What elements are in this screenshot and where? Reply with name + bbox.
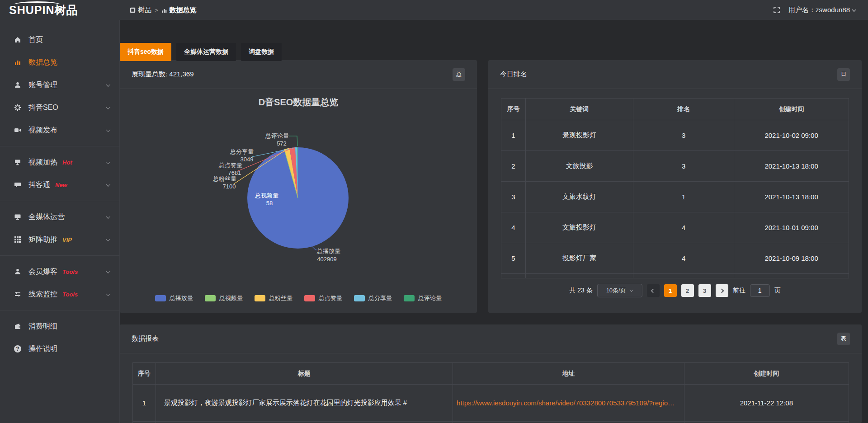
table-row-partial [133,422,849,423]
table-badge-button[interactable]: 表 [837,333,850,345]
legend-chip [205,295,216,301]
page-unit-label: 页 [774,287,781,295]
monitor-icon [14,213,22,221]
breadcrumb-item-current: 数据总览 [161,6,197,14]
sidebar-divider [0,201,119,201]
breadcrumb: 树品 > 数据总览 [130,6,197,14]
col-index: 序号 [133,363,156,385]
video-link[interactable]: https://www.iesdouyin.com/share/video/70… [457,399,675,407]
goto-page-input[interactable]: 1 [750,284,770,297]
chevron-down-icon [106,214,110,219]
next-page-button[interactable] [716,284,728,297]
breadcrumb-label: 数据总览 [170,6,197,14]
breadcrumb-item-home[interactable]: 树品 [130,6,151,14]
question-icon [14,345,22,353]
table-row: 1 景观投影灯，夜游景观投影灯厂家展示展示落花灯在花园里的灯光投影应用效果 # … [133,385,849,422]
page-button-3[interactable]: 3 [698,284,711,297]
pie-value-play: 402909 [317,256,336,263]
report-card-title: 数据报表 [132,334,159,343]
user-menu[interactable]: 用户名：zswodun88 [788,6,856,14]
chart-title: D音SEO数据量总览 [259,97,339,107]
legend-item-play[interactable]: 总播放量 [155,294,193,302]
sidebar-item-home[interactable]: 首页 [0,28,119,51]
col-url: 地址 [453,363,684,385]
day-badge-button[interactable]: 日 [837,68,850,81]
legend-item-likes[interactable]: 总点赞量 [304,294,342,302]
hot-tag: Hot [62,159,72,166]
pie-value-videos: 58 [266,200,273,207]
col-rank: 排名 [633,99,734,120]
legend-chip [255,295,265,301]
total-badge-button[interactable]: 总 [453,68,465,81]
seo-overview-card: 展现量总数: 421,369 总 D音SEO数据量总览 总评论量 572 总分享… [120,60,477,313]
chevron-down-icon [106,127,110,132]
pie-chart-area: D音SEO数据量总览 总评论量 572 总分享量 3049 总点赞量 7681 … [120,89,477,312]
page-size-select[interactable]: 10条/页 [597,284,642,297]
chevron-down-icon [106,160,110,164]
data-source-tabs: 抖音seo数据 全媒体运营数据 询盘数据 [120,43,282,61]
chevron-down-icon [106,269,110,273]
legend-chip [354,295,365,301]
sidebar-item-douyin-seo[interactable]: 抖音SEO [0,96,119,119]
data-report-card: 数据报表 表 序号 标题 地址 创建时间 1 景观投影灯，夜游景观投影灯厂家展示… [120,324,862,423]
grid-icon [14,235,22,244]
gear-icon [14,103,22,112]
sidebar-item-account[interactable]: 账号管理 [0,74,119,96]
table-row-partial [501,274,849,278]
chat-bubble-icon [14,181,22,189]
sidebar-item-video-publish[interactable]: 视频发布 [0,119,119,141]
bar-chart-icon [14,58,22,66]
sidebar-item-clue-monitor[interactable]: 线索监控 Tools [0,283,119,306]
ranking-card-title: 今日排名 [500,70,527,79]
sidebar-item-consumption[interactable]: 消费明细 [0,315,119,338]
fullscreen-icon[interactable] [773,6,780,14]
chevron-down-icon [106,182,110,187]
pie-label-shares: 总分享量 [230,148,254,155]
pie-value-comments: 572 [277,140,287,147]
tab-douyin-seo-data[interactable]: 抖音seo数据 [120,43,171,61]
new-tag: New [55,182,67,188]
chevron-down-icon [106,82,110,87]
legend-item-fans[interactable]: 总粉丝量 [255,294,292,302]
topbar: SHUPIN树品 树品 > 数据总览 用户名：zswodun88 [0,0,868,20]
tab-media-operation-data[interactable]: 全媒体运营数据 [176,43,236,61]
pie-label-likes: 总点赞量 [218,162,242,169]
col-title: 标题 [156,363,453,385]
sidebar-item-instructions[interactable]: 操作说明 [0,338,119,360]
created-time-cell: 2021-11-22 12:08 [684,385,849,422]
legend-item-videos[interactable]: 总视频量 [205,294,243,302]
sidebar-item-video-heat[interactable]: 视频加热 Hot [0,151,119,174]
home-icon [14,36,22,44]
impressions-total-label: 展现量总数: 421,369 [132,70,194,79]
legend-item-comments[interactable]: 总评论量 [404,294,442,302]
sidebar-item-matrix-boost[interactable]: 矩阵助推 VIP [0,228,119,251]
chevron-right-icon [720,288,724,293]
app-square-icon [130,7,136,13]
pie-label-play: 总播放量 [316,248,340,254]
video-title-cell: 景观投影灯，夜游景观投影灯厂家展示展示落花灯在花园里的灯光投影应用效果 # [156,385,453,422]
prev-page-button[interactable] [647,284,660,297]
sidebar-item-member-baoke[interactable]: 会员爆客 Tools [0,260,119,283]
page-button-2[interactable]: 2 [681,284,694,297]
legend-chip [304,295,315,301]
pie-label-comments: 总评论量 [265,132,289,139]
chevron-down-icon [106,237,110,241]
legend-chip [404,295,415,301]
vip-tag: VIP [62,236,72,243]
breadcrumb-separator: > [155,7,158,14]
user-icon [14,268,22,276]
username-label: 用户名：zswodun88 [788,6,850,14]
breadcrumb-label: 树品 [138,6,151,14]
page-button-1[interactable]: 1 [664,284,677,297]
user-icon [14,81,22,89]
sidebar-item-media-operation[interactable]: 全媒体运营 [0,206,119,228]
tab-inquiry-data[interactable]: 询盘数据 [241,43,282,61]
sidebar-item-data-overview[interactable]: 数据总览 [0,51,119,74]
app-logo: SHUPIN树品 [0,3,120,18]
screen-icon [14,158,22,166]
video-camera-icon [14,126,22,134]
sidebar-item-douketong[interactable]: 抖客通 New [0,174,119,196]
legend-item-shares[interactable]: 总分享量 [354,294,392,302]
ranking-table: 序号 关键词 排名 创建时间 1景观投影灯32021-10-02 09:00 2… [501,98,849,278]
chevron-down-icon [106,291,110,296]
